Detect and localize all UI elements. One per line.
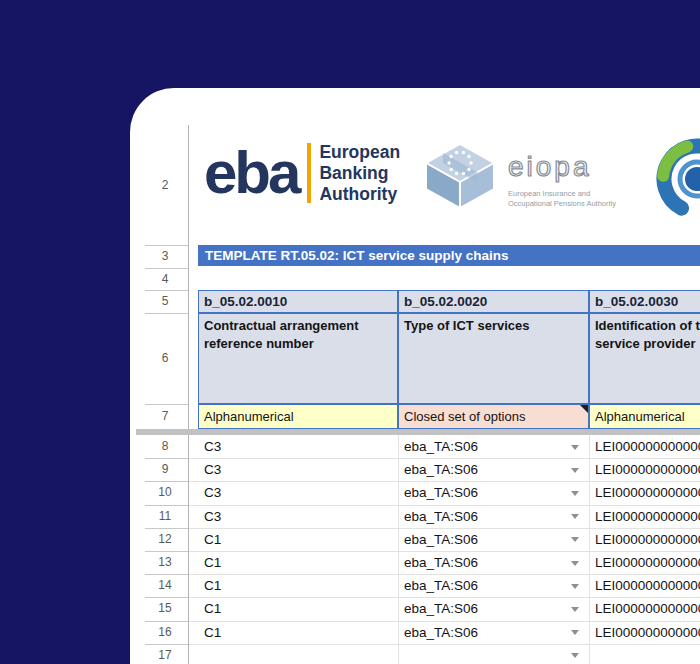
cell-r15-c3[interactable]: LEI00000000000000000 <box>589 597 700 620</box>
cell-value: eba_TA:S06 <box>404 439 478 454</box>
cell-r14-c1[interactable]: C1 <box>198 574 398 597</box>
row-header-11[interactable]: 11 <box>145 505 185 528</box>
cell-value: C1 <box>204 532 221 547</box>
cell-value: LEI00000000000000000 <box>595 578 700 593</box>
row-header-2[interactable]: 2 <box>145 125 185 245</box>
cell-r13-c1[interactable]: C1 <box>198 551 398 574</box>
cell-value: C3 <box>204 509 221 524</box>
cell-value: C3 <box>204 439 221 454</box>
col-desc-provider-id[interactable]: Identification of the ICT third-party se… <box>589 313 700 404</box>
eba-name-line: Banking <box>319 163 400 184</box>
cell-r10-c2[interactable]: eba_TA:S06 <box>398 481 589 504</box>
dropdown-arrow-icon[interactable] <box>571 468 579 473</box>
eiopa-subtitle-line: European Insurance and <box>508 189 616 199</box>
row-header-15[interactable]: 15 <box>145 597 185 620</box>
cell-r15-c2[interactable]: eba_TA:S06 <box>398 597 589 620</box>
cell-r17-c2[interactable] <box>398 644 589 664</box>
eiopa-logo: eiopa European Insurance and Occupationa… <box>418 138 616 218</box>
col-code-0010[interactable]: b_05.02.0010 <box>198 290 398 313</box>
cell-r14-c3[interactable]: LEI00000000000000000 <box>589 574 700 597</box>
cell-value: C3 <box>204 485 221 500</box>
esma-eye-icon <box>635 124 700 234</box>
cell-r8-c3[interactable]: LEI00000000000000000 <box>589 435 700 458</box>
esma-logo <box>635 124 700 238</box>
cell-value: LEI00000000000000000 <box>595 532 700 547</box>
row-header-17[interactable]: 17 <box>145 644 185 664</box>
cell-r10-c1[interactable]: C3 <box>198 481 398 504</box>
cell-r8-c1[interactable]: C3 <box>198 435 398 458</box>
row-header-16[interactable]: 16 <box>145 621 185 644</box>
row-header-5[interactable]: 5 <box>145 290 185 313</box>
col-desc-contractual-ref[interactable]: Contractual arrangement reference number <box>198 313 398 404</box>
col-datatype-closed-set[interactable]: Closed set of options <box>398 404 589 429</box>
cell-r11-c2[interactable]: eba_TA:S06 <box>398 505 589 528</box>
cell-value: LEI00000000000000000 <box>595 485 700 500</box>
eiopa-acronym: eiopa <box>508 152 616 182</box>
eiopa-subtitle: European Insurance and Occupational Pens… <box>508 189 616 208</box>
dropdown-arrow-icon[interactable] <box>571 561 579 566</box>
cell-r17-c1[interactable] <box>198 644 398 664</box>
comment-marker <box>580 405 588 413</box>
cell-value: eba_TA:S06 <box>404 509 478 524</box>
cell-r11-c1[interactable]: C3 <box>198 505 398 528</box>
row-header-8[interactable]: 8 <box>145 435 185 458</box>
cell-r16-c2[interactable]: eba_TA:S06 <box>398 621 589 644</box>
eba-name-line: European <box>319 142 400 163</box>
col-datatype-label: Closed set of options <box>404 409 525 424</box>
row-header-10[interactable]: 10 <box>145 481 185 504</box>
col-code-0020[interactable]: b_05.02.0020 <box>398 290 589 313</box>
dropdown-arrow-icon[interactable] <box>571 445 579 450</box>
spreadsheet-card: eba European Banking Authority eiopa <box>130 88 700 664</box>
cell-value: C1 <box>204 625 221 640</box>
row-header-7[interactable]: 7 <box>145 404 185 429</box>
eba-acronym: eba <box>204 140 298 206</box>
dropdown-arrow-icon[interactable] <box>571 653 579 658</box>
page-background: { "colors": { "page_bg": "#151563", "car… <box>0 0 700 664</box>
cell-value: eba_TA:S06 <box>404 625 478 640</box>
cell-value: LEI00000000000000000 <box>595 439 700 454</box>
cell-r9-c2[interactable]: eba_TA:S06 <box>398 458 589 481</box>
template-title-bar[interactable]: TEMPLATE RT.05.02: ICT service supply ch… <box>198 245 700 266</box>
row-header-14[interactable]: 14 <box>145 574 185 597</box>
cell-r13-c2[interactable]: eba_TA:S06 <box>398 551 589 574</box>
row-header-6[interactable]: 6 <box>145 313 185 404</box>
cell-r10-c3[interactable]: LEI00000000000000000 <box>589 481 700 504</box>
cell-value: eba_TA:S06 <box>404 601 478 616</box>
eba-name-line: Authority <box>319 184 400 205</box>
cell-value: LEI00000000000000000 <box>595 509 700 524</box>
cell-r16-c3[interactable]: LEI00000000000000000 <box>589 621 700 644</box>
dropdown-arrow-icon[interactable] <box>571 491 579 496</box>
dropdown-arrow-icon[interactable] <box>571 584 579 589</box>
cell-value: LEI00000000000000000 <box>595 601 700 616</box>
eiopa-subtitle-line: Occupational Pensions Authority <box>508 199 616 209</box>
col-datatype-alphanumerical[interactable]: Alphanumerical <box>198 404 398 429</box>
cell-r8-c2[interactable]: eba_TA:S06 <box>398 435 589 458</box>
cell-r12-c2[interactable]: eba_TA:S06 <box>398 528 589 551</box>
cell-value: LEI00000000000000000 <box>595 555 700 570</box>
col-desc-ict-service-type[interactable]: Type of ICT services <box>398 313 589 404</box>
dropdown-arrow-icon[interactable] <box>571 537 579 542</box>
cell-r12-c3[interactable]: LEI00000000000000000 <box>589 528 700 551</box>
col-code-0030[interactable]: b_05.02.0030 <box>589 290 700 313</box>
cell-r11-c3[interactable]: LEI00000000000000000 <box>589 505 700 528</box>
row-header-3[interactable]: 3 <box>145 245 185 268</box>
cell-r15-c1[interactable]: C1 <box>198 597 398 620</box>
row-header-13[interactable]: 13 <box>145 551 185 574</box>
cell-r16-c1[interactable]: C1 <box>198 621 398 644</box>
row-header-9[interactable]: 9 <box>145 458 185 481</box>
cell-r9-c1[interactable]: C3 <box>198 458 398 481</box>
cell-r13-c3[interactable]: LEI00000000000000000 <box>589 551 700 574</box>
cell-value: C1 <box>204 555 221 570</box>
row-header-4[interactable]: 4 <box>145 268 185 290</box>
eba-logo: eba European Banking Authority <box>204 140 400 206</box>
cell-r9-c3[interactable]: LEI00000000000000000 <box>589 458 700 481</box>
eba-name: European Banking Authority <box>319 142 400 205</box>
dropdown-arrow-icon[interactable] <box>571 630 579 635</box>
dropdown-arrow-icon[interactable] <box>571 514 579 519</box>
dropdown-arrow-icon[interactable] <box>571 607 579 612</box>
col-datatype-alphanumerical[interactable]: Alphanumerical <box>589 404 700 429</box>
cell-r17-c3[interactable] <box>589 644 700 664</box>
row-header-12[interactable]: 12 <box>145 528 185 551</box>
cell-r14-c2[interactable]: eba_TA:S06 <box>398 574 589 597</box>
cell-r12-c1[interactable]: C1 <box>198 528 398 551</box>
